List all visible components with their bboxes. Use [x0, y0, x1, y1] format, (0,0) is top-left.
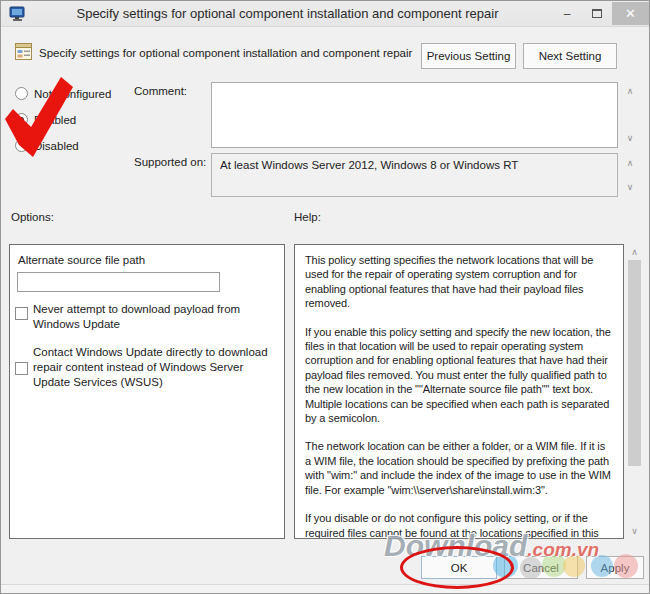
apply-button[interactable]: Apply	[586, 556, 644, 579]
help-section-label: Help:	[294, 211, 321, 223]
caption-controls: – ✕	[552, 1, 649, 26]
maximize-icon	[592, 9, 602, 18]
help-paragraph: This policy setting specifies the networ…	[305, 253, 613, 311]
checkbox-contact-windows-update[interactable]	[15, 362, 28, 375]
window-bottom-edge	[1, 584, 650, 594]
previous-setting-button[interactable]: Previous Setting	[421, 43, 516, 69]
help-paragraph: If you disable or do not configure this …	[305, 511, 613, 539]
options-panel: Alternate source file path Never attempt…	[9, 244, 285, 539]
scroll-up-icon[interactable]: ∧	[627, 245, 642, 259]
titlebar: Specify settings for optional component …	[1, 1, 649, 27]
radio-label: Disabled	[34, 140, 79, 152]
comment-label: Comment:	[134, 85, 187, 97]
radio-circle	[15, 139, 28, 152]
supported-scroll-down-icon[interactable]: ∨	[623, 181, 637, 193]
radio-not-configured[interactable]: Not Configured	[15, 86, 111, 101]
window-title: Specify settings for optional component …	[27, 6, 552, 21]
minimize-button[interactable]: –	[552, 2, 582, 25]
checkbox-label[interactable]: Contact Windows Update directly to downl…	[33, 345, 283, 390]
help-paragraph: If you enable this policy setting and sp…	[305, 325, 613, 426]
maximize-button[interactable]	[582, 2, 612, 25]
close-button[interactable]: ✕	[612, 2, 649, 25]
help-panel: This policy setting specifies the networ…	[294, 244, 624, 539]
next-setting-button[interactable]: Next Setting	[523, 43, 617, 69]
radio-label: Enabled	[34, 114, 76, 126]
alternate-source-path-label: Alternate source file path	[18, 254, 145, 266]
cancel-button[interactable]: Cancel	[504, 556, 578, 579]
comment-textarea[interactable]	[211, 82, 618, 148]
scroll-down-icon[interactable]: ∨	[627, 524, 642, 538]
computer-icon	[9, 6, 27, 22]
policy-settings-dialog: Specify settings for optional component …	[0, 0, 650, 594]
radio-enabled[interactable]: Enabled	[15, 112, 76, 127]
scrollbar-thumb[interactable]	[628, 260, 641, 466]
policy-icon	[15, 43, 32, 60]
radio-circle	[15, 113, 28, 126]
comment-scroll-up-icon[interactable]: ∧	[623, 85, 637, 97]
help-scrollbar[interactable]: ∧ ∨	[627, 244, 642, 539]
checkbox-label[interactable]: Never attempt to download payload from W…	[33, 302, 278, 332]
options-section-label: Options:	[11, 211, 54, 223]
supported-scroll-up-icon[interactable]: ∧	[623, 157, 637, 169]
supported-on-label: Supported on:	[134, 156, 206, 168]
radio-label: Not Configured	[34, 88, 111, 100]
radio-circle	[15, 87, 28, 100]
supported-on-value: At least Windows Server 2012, Windows 8 …	[211, 153, 618, 197]
ok-button[interactable]: OK	[421, 556, 497, 579]
policy-setting-title: Specify settings for optional component …	[39, 47, 419, 59]
radio-disabled[interactable]: Disabled	[15, 138, 79, 153]
alternate-source-path-input[interactable]	[17, 272, 220, 292]
checkbox-never-download-payload[interactable]	[15, 307, 28, 320]
comment-scroll-down-icon[interactable]: ∨	[623, 132, 637, 144]
help-paragraph: The network location can be either a fol…	[305, 439, 613, 497]
